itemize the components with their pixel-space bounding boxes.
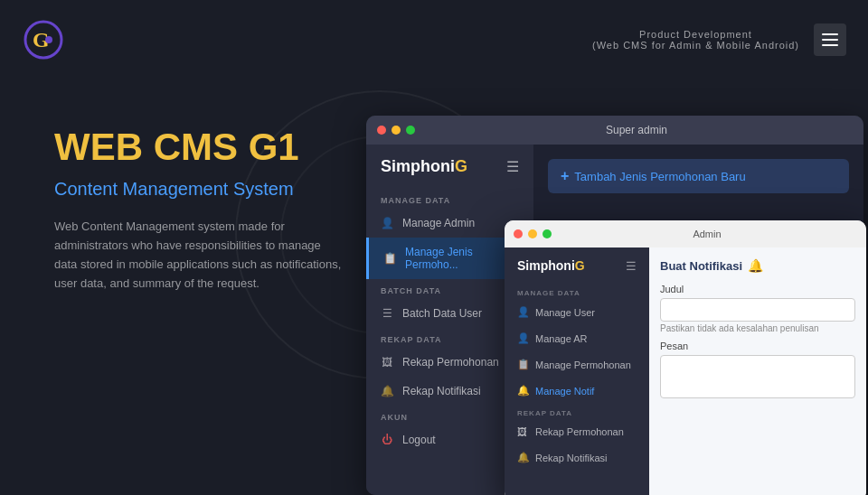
hero-description: Web Content Management system made for a… (54, 218, 344, 293)
notif-header: Buat Notifikasi 🔔 (660, 258, 855, 273)
manage-admin-label: Manage Admin (402, 217, 475, 229)
window2-titlebar: Admin (505, 220, 866, 248)
logo: G (22, 18, 65, 61)
sidebar2: SimphoniG ☰ MANAGE DATA 👤 Manage User 👤 … (505, 248, 649, 495)
product-info: Product Development (Web CMS for Admin &… (592, 29, 799, 51)
s2-user-icon: 👤 (517, 306, 528, 318)
minimize-dot[interactable] (392, 126, 401, 135)
w2-maximize-dot[interactable] (542, 229, 552, 238)
s2-rekap-notif-icon: 🔔 (517, 452, 528, 463)
s2-manage-notif-label: Manage Notif (535, 386, 594, 397)
maximize-dot[interactable] (406, 126, 415, 135)
s2-rekap-notifikasi-label: Rekap Notifikasi (535, 453, 607, 463)
s2-rekap-icon: 🖼 (517, 426, 528, 437)
list-icon: 📋 (383, 252, 396, 265)
rekap-icon: 🖼 (381, 356, 393, 369)
w2-close-dot[interactable] (514, 229, 523, 238)
sidebar2-brand: SimphoniG ☰ (505, 248, 649, 284)
hamburger-line2 (822, 39, 838, 41)
bell-icon: 🔔 (748, 258, 763, 273)
tambah-jenis-label: Tambah Jenis Permohonan Baru (574, 170, 745, 183)
judul-input[interactable] (660, 298, 855, 322)
close-dot[interactable] (377, 126, 386, 135)
w2-minimize-dot[interactable] (528, 229, 537, 238)
s2-notif-icon: 🔔 (517, 385, 528, 397)
content-area2: Buat Notifikasi 🔔 Judul Pastikan tidak a… (649, 248, 866, 495)
window2-title: Admin (557, 229, 857, 239)
logo-area: G (22, 18, 65, 61)
window1-title: Super admin (420, 124, 853, 136)
hamburger-line3 (822, 44, 838, 46)
rekap-permohonan-label: Rekap Permohonan (402, 356, 499, 369)
svg-point-2 (45, 36, 52, 43)
top-right-area: Product Development (Web CMS for Admin &… (592, 23, 846, 56)
s2-manage-permohonan-label: Manage Permohonan (535, 360, 631, 370)
manage-jenis-label: Manage Jenis Permoho... (405, 246, 519, 271)
hamburger-line1 (822, 33, 838, 35)
hero-title: WEB CMS G1 (54, 126, 344, 168)
notif-title: Buat Notifikasi (660, 259, 742, 273)
s2-rekap-permohonan-label: Rekap Permohonan (535, 426, 624, 437)
brand1-name: SimphoniG (381, 157, 467, 176)
judul-label: Judul (660, 284, 855, 294)
top-bar: G Product Development (Web CMS for Admin… (0, 0, 868, 79)
s2-manage-ar-label: Manage AR (535, 333, 587, 344)
s2-ar-icon: 👤 (517, 332, 528, 344)
window2-body: SimphoniG ☰ MANAGE DATA 👤 Manage User 👤 … (505, 248, 866, 495)
s2-perm-icon: 📋 (517, 359, 528, 370)
logout-icon: ⏻ (381, 434, 393, 446)
hamburger-button[interactable] (814, 23, 846, 56)
batch-icon: ☰ (381, 307, 393, 320)
logout-label: Logout (402, 434, 436, 446)
window1-titlebar: Super admin (366, 116, 863, 145)
s2-manage-user[interactable]: 👤 Manage User (505, 299, 649, 325)
judul-hint: Pastikan tidak ada kesalahan penulisan (660, 323, 855, 333)
bell-notif-icon: 🔔 (381, 385, 393, 397)
s2-section-manage: MANAGE DATA (505, 284, 649, 299)
user-icon: 👤 (381, 217, 393, 229)
sidebar1-brand: SimphoniG ☰ (366, 145, 533, 189)
pesan-textarea[interactable] (660, 355, 855, 398)
pesan-label: Pesan (660, 341, 855, 351)
s2-manage-user-label: Manage User (535, 307, 595, 318)
s2-section-rekap: REKAP DATA (505, 404, 649, 419)
s2-rekap-permohonan[interactable]: 🖼 Rekap Permohonan (505, 419, 649, 444)
sidebar2-hamburger[interactable]: ☰ (626, 259, 637, 273)
content-header1: Tambah Jenis Permohonan Baru (548, 159, 849, 193)
rekap-notifikasi-label: Rekap Notifikasi (402, 385, 481, 397)
hero-section: WEB CMS G1 Content Management System Web… (54, 126, 344, 293)
sidebar1-hamburger[interactable]: ☰ (506, 158, 519, 175)
s2-rekap-notifikasi[interactable]: 🔔 Rekap Notifikasi (505, 444, 649, 471)
brand2-name: SimphoniG (517, 258, 585, 273)
s2-manage-ar[interactable]: 👤 Manage AR (505, 325, 649, 351)
section-manage-data: MANAGE DATA (366, 189, 533, 209)
hero-subtitle: Content Management System (54, 179, 344, 200)
admin-window: Admin SimphoniG ☰ MANAGE DATA 👤 Manage U… (505, 220, 866, 495)
tambah-jenis-button[interactable]: Tambah Jenis Permohonan Baru (561, 168, 746, 184)
s2-manage-notif[interactable]: 🔔 Manage Notif (505, 378, 649, 404)
batch-user-label: Batch Data User (402, 307, 482, 320)
s2-manage-permohonan[interactable]: 📋 Manage Permohonan (505, 351, 649, 378)
